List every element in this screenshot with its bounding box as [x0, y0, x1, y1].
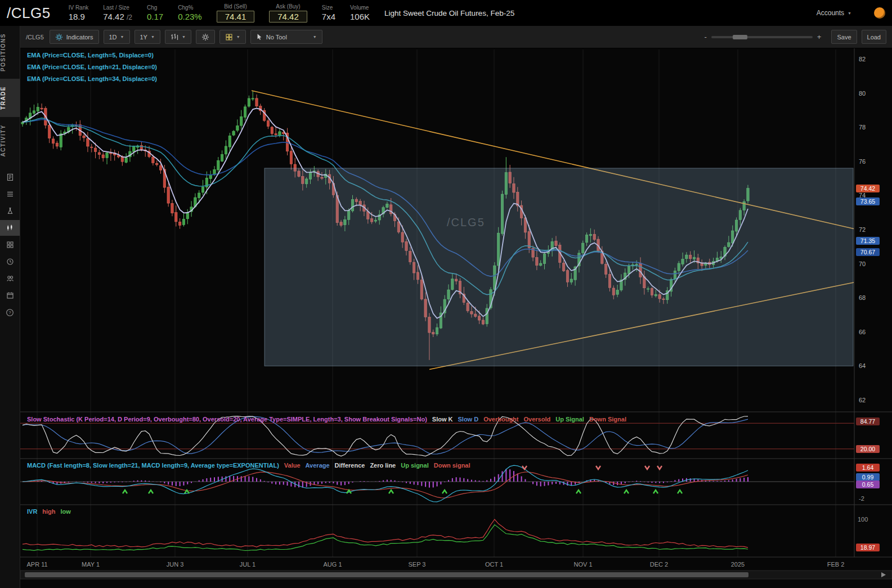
chevron-down-icon: ▼: [848, 11, 851, 15]
last-price-badge: 74.42: [856, 185, 880, 192]
quote-header: /CLG5 IV Rank 18.9 Last / Size 74.42 /2 …: [0, 0, 892, 26]
svg-text:AUG 1: AUG 1: [323, 561, 342, 568]
svg-text:?: ?: [8, 310, 11, 315]
change-pct-field: Chg% 0.23%: [178, 5, 202, 21]
svg-text:62: 62: [859, 397, 866, 403]
ema-value-badge: 73.65: [856, 198, 880, 205]
indicators-gear-icon: [55, 33, 63, 41]
change-pct-value: 0.23%: [178, 12, 202, 21]
chart-icon[interactable]: [0, 220, 20, 236]
app-logo-icon[interactable]: [874, 7, 885, 19]
gear-icon: [201, 33, 209, 41]
chevron-down-icon: ▼: [151, 35, 155, 39]
svg-text:72: 72: [859, 226, 866, 233]
apps-icon[interactable]: [0, 237, 20, 253]
legend-item: IVR: [27, 508, 37, 515]
last-price-value: 74.42 /2: [103, 12, 132, 21]
svg-text:-2: -2: [859, 495, 864, 502]
last-size-field: Last / Size 74.42 /2: [103, 5, 132, 21]
legend-item: MACD (Fast length=8, Slow length=21, MAC…: [27, 462, 279, 469]
zoom-out-button[interactable]: -: [705, 33, 707, 41]
indicators-button[interactable]: Indicators: [50, 30, 99, 44]
legend-item: Slow Stochastic (K Period=14, D Period=9…: [27, 416, 427, 423]
community-icon[interactable]: [0, 271, 20, 286]
svg-text:78: 78: [859, 124, 866, 131]
analyze-icon[interactable]: [0, 203, 20, 219]
sidebar-tab-positions[interactable]: POSITIONS: [0, 26, 20, 79]
stoch-legend: Slow Stochastic (K Period=14, D Period=9…: [27, 416, 626, 423]
ohlc-bars-icon: [171, 33, 178, 41]
size-field: Size 7x4: [322, 5, 335, 21]
calendar-icon[interactable]: [0, 288, 20, 303]
chevron-down-icon: ▼: [313, 35, 317, 39]
svg-text:68: 68: [859, 294, 866, 301]
bid-field: Bid (Sell) 74.41: [217, 3, 255, 23]
legend-item: Down Signal: [589, 416, 626, 423]
zoom-slider[interactable]: [711, 36, 813, 38]
svg-text:70: 70: [859, 261, 866, 267]
range-dropdown[interactable]: 1Y▼: [135, 30, 160, 44]
ask-field: Ask (Buy) 74.42: [269, 3, 307, 23]
grid-icon: [225, 33, 233, 41]
bid-button[interactable]: 74.41: [217, 11, 255, 23]
field-label: Chg%: [178, 5, 202, 11]
help-icon[interactable]: ?: [0, 304, 20, 320]
chevron-down-icon: ▼: [236, 35, 240, 39]
chevron-down-icon: ▼: [120, 35, 124, 39]
legend-item: Zero line: [370, 462, 396, 469]
scrollbar-thumb[interactable]: [25, 572, 748, 577]
svg-text:76: 76: [859, 158, 866, 165]
svg-text:OCT 1: OCT 1: [485, 561, 503, 568]
ema-value-badge: 70.67: [856, 248, 880, 256]
selection-box[interactable]: [265, 168, 853, 366]
macd-legend: MACD (Fast length=8, Slow length=21, MAC…: [27, 462, 470, 469]
chart-canvas[interactable]: /CLG582807876747270686664620-2100APR 11M…: [20, 48, 892, 588]
legend-item: Oversold: [524, 416, 551, 423]
clock-icon[interactable]: [0, 254, 20, 270]
grid-layout-dropdown[interactable]: ▼: [219, 30, 246, 44]
svg-text:100: 100: [858, 516, 868, 523]
iv-rank-value: 18.9: [69, 12, 89, 21]
load-button[interactable]: Load: [862, 30, 886, 44]
ivr-value-badge: 18.97: [856, 544, 880, 551]
volume-value: 106K: [350, 12, 370, 21]
svg-text:2025: 2025: [731, 561, 745, 568]
left-sidebar: POSITIONS TRADE ACTIVITY: [0, 26, 20, 588]
macd-value-badge: 0.65: [856, 481, 880, 488]
settings-button[interactable]: [196, 30, 215, 44]
svg-text:FEB 2: FEB 2: [827, 561, 845, 568]
zoom-slider-thumb[interactable]: [733, 35, 747, 39]
trading-platform-window: /CLG5 IV Rank 18.9 Last / Size 74.42 /2 …: [0, 0, 892, 588]
field-label: Chg: [147, 5, 163, 11]
zoom-in-button[interactable]: +: [817, 33, 822, 41]
legend-item: low: [61, 508, 71, 515]
chart-area: /CLG582807876747270686664620-2100APR 11M…: [20, 48, 892, 588]
legend-item: Slow K: [432, 416, 453, 423]
chevron-down-icon: ▼: [182, 35, 186, 39]
legend-item: high: [42, 508, 55, 515]
drawing-tool-dropdown[interactable]: No Tool ▼: [250, 30, 322, 44]
timeframe-dropdown[interactable]: 1D▼: [104, 30, 130, 44]
report-icon[interactable]: [0, 169, 20, 185]
ema-study-labels: EMA (Price=CLOSE, Length=5, Displace=0) …: [27, 50, 157, 85]
field-label: Last / Size: [103, 5, 132, 11]
sidebar-tab-trade[interactable]: TRADE: [0, 79, 20, 117]
save-button[interactable]: Save: [831, 30, 857, 44]
legend-item: Average: [306, 462, 330, 469]
legend-item: Difference: [335, 462, 365, 469]
field-label: Ask (Buy): [269, 3, 307, 10]
ask-button[interactable]: 74.42: [269, 11, 307, 23]
legend-item: Value: [284, 462, 301, 469]
accounts-dropdown[interactable]: Accounts▼: [817, 9, 851, 17]
svg-text:82: 82: [859, 56, 866, 62]
chart-type-dropdown[interactable]: ▼: [165, 30, 191, 44]
field-label: Size: [322, 5, 335, 11]
zoom-control: - +: [705, 33, 822, 41]
legend-item: Overbought: [483, 416, 518, 423]
svg-text:DEC 2: DEC 2: [650, 561, 668, 568]
sidebar-icon-rail: ?: [0, 169, 20, 320]
svg-text:80: 80: [859, 90, 866, 97]
orders-icon[interactable]: [0, 186, 20, 202]
sidebar-tab-activity[interactable]: ACTIVITY: [0, 117, 20, 164]
symbol-title: /CLG5: [7, 5, 51, 22]
